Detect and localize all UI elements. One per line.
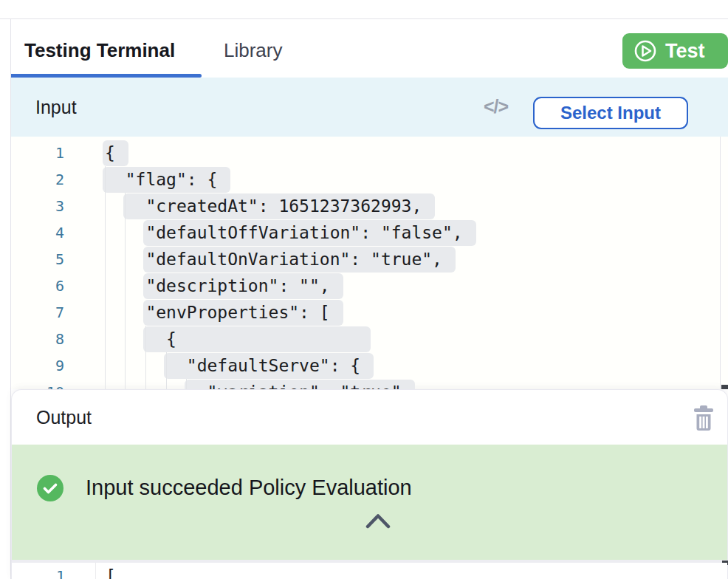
- collapse-banner-button[interactable]: [365, 513, 391, 529]
- tab-library[interactable]: Library: [224, 38, 282, 62]
- line-number: 1: [12, 563, 65, 579]
- code-line: 1[: [12, 563, 727, 579]
- line-number: 3: [11, 193, 64, 219]
- status-message: Input succeeded Policy Evaluation: [86, 472, 412, 503]
- indent-guide: [105, 166, 106, 389]
- code-line: 2"flag": {: [11, 166, 728, 193]
- code-text: "variation": "true": [207, 379, 402, 389]
- line-number: 4: [11, 219, 64, 246]
- code-view-icon: </>: [484, 78, 508, 137]
- line-number: 10: [11, 379, 64, 389]
- line-number: 5: [11, 246, 64, 273]
- code-text: "defaultOffVariation": "false",: [145, 219, 462, 246]
- trash-icon: [693, 405, 715, 432]
- test-button-label: Test: [665, 40, 705, 63]
- clear-output-button[interactable]: [693, 405, 716, 434]
- code-line: 1{: [11, 140, 728, 166]
- selection-highlight: [143, 326, 371, 352]
- output-panel-title: Output: [36, 390, 92, 445]
- code-line: 4"defaultOffVariation": "false",: [11, 219, 728, 246]
- code-text: {: [105, 140, 115, 166]
- indent-guide: [125, 193, 126, 389]
- indent-guide: [166, 352, 167, 389]
- code-text: "flag": {: [126, 166, 218, 193]
- select-input-button[interactable]: Select Input: [533, 97, 688, 129]
- testing-terminal-screen: Testing Terminal Library Test Input </> …: [0, 0, 728, 579]
- line-number: 6: [11, 273, 64, 299]
- code-text: {: [166, 326, 176, 352]
- line-number: 1: [11, 140, 64, 166]
- code-line: 9"defaultServe": {: [11, 352, 728, 379]
- code-line: 3"createdAt": 1651237362993,: [11, 193, 728, 219]
- code-text: "createdAt": 1651237362993,: [145, 193, 422, 219]
- check-icon: [37, 475, 63, 501]
- input-header: Input </> Select Input: [11, 78, 728, 137]
- line-number: 2: [11, 166, 64, 193]
- code-text: "defaultOnVariation": "true",: [145, 246, 442, 273]
- code-line: 8{: [11, 326, 728, 352]
- input-panel-title: Input: [35, 78, 77, 137]
- code-text: "description": "",: [145, 273, 329, 299]
- code-text: "defaultServe": {: [187, 352, 360, 379]
- chevron-up-icon: [365, 513, 391, 529]
- indent-guide: [145, 326, 146, 389]
- code-line: 7"envProperties": [: [11, 299, 728, 326]
- top-divider: [0, 18, 728, 19]
- success-banner: Input succeeded Policy Evaluation: [12, 445, 727, 560]
- code-line: 10"variation": "true": [11, 379, 728, 389]
- output-code-editor[interactable]: 1[: [12, 563, 727, 579]
- code-text: "envProperties": [: [145, 299, 329, 326]
- play-icon: [633, 38, 658, 64]
- output-panel: Output Input succeeded Policy E: [11, 389, 728, 579]
- code-line: 5"defaultOnVariation": "true",: [11, 246, 728, 273]
- line-number: 7: [11, 299, 64, 326]
- input-code-editor[interactable]: 1{2"flag": {3"createdAt": 1651237362993,…: [11, 137, 728, 389]
- test-button[interactable]: Test: [622, 33, 728, 69]
- code-text: [: [106, 563, 116, 579]
- line-number: 9: [11, 352, 64, 379]
- line-number: 8: [11, 326, 64, 352]
- output-header: Output: [12, 390, 727, 445]
- code-line: 6"description": "",: [11, 273, 728, 299]
- tab-testing-terminal[interactable]: Testing Terminal: [24, 38, 175, 62]
- indent-guide: [186, 379, 187, 389]
